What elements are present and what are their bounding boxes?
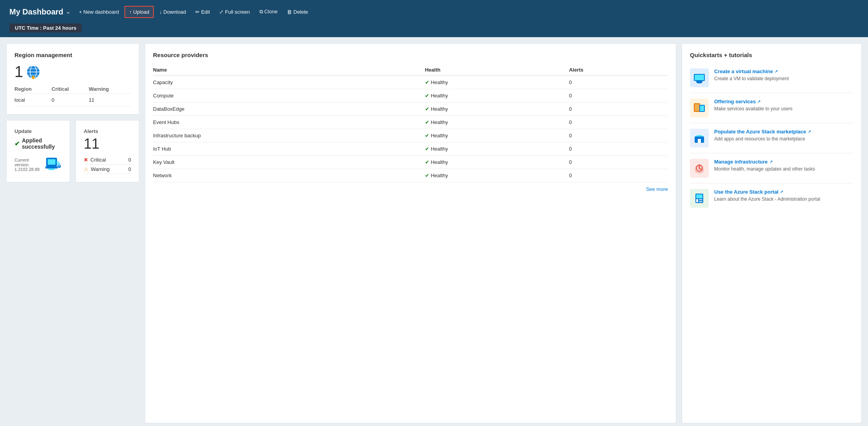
alert-count: 11 (84, 136, 131, 152)
middle-column: Resource providers Name Health Alerts Ca… (145, 43, 676, 423)
quickstarts-list: Create a virtual machine ↗ Create a VM t… (690, 63, 854, 213)
rp-alerts: 0 (569, 116, 668, 129)
external-link-icon: ↗ (808, 129, 811, 134)
alert-row-warning[interactable]: ⚠ Warning 0 (84, 165, 131, 174)
delete-button[interactable]: 🗑 Delete (283, 7, 312, 17)
alerts-label: Alerts (84, 128, 131, 134)
download-button[interactable]: ↓ Download (155, 7, 190, 17)
external-link-icon: ↗ (769, 160, 773, 164)
table-row[interactable]: Compute ✔Healthy 0 (153, 89, 668, 102)
alert-label: Warning (91, 166, 110, 172)
warning-icon: ⚠ (84, 166, 88, 172)
qs-icon-offering (690, 99, 709, 117)
svg-rect-25 (696, 199, 698, 202)
rp-health: ✔Healthy (425, 142, 569, 156)
rp-col-health: Health (425, 65, 569, 75)
rp-name: Infrastructure backup (153, 129, 425, 142)
alerts-card: Alerts 11 ✖ Critical 0 ⚠ Warning 0 (76, 120, 139, 182)
qs-title-offering: Offering services ↗ (714, 99, 792, 104)
rp-alerts: 0 (569, 75, 668, 89)
quickstart-item-infra[interactable]: Manage infrastructure ↗ Monitor health, … (690, 153, 854, 183)
rp-alerts: 0 (569, 102, 668, 116)
qs-icon-portal (690, 189, 709, 208)
rp-alerts: 0 (569, 89, 668, 102)
quickstart-item-portal[interactable]: Use the Azure Stack portal ↗ Learn about… (690, 183, 854, 213)
svg-rect-26 (699, 199, 702, 200)
table-row[interactable]: DataBoxEdge ✔Healthy 0 (153, 102, 668, 116)
rp-alerts: 0 (569, 129, 668, 142)
svg-rect-27 (699, 201, 702, 202)
qs-title-vm: Create a virtual machine ↗ (714, 68, 789, 74)
rp-name: IoT Hub (153, 142, 425, 156)
quickstart-item-offering[interactable]: Offering services ↗ Make services availa… (690, 93, 854, 123)
table-row[interactable]: Network ✔Healthy 0 (153, 169, 668, 182)
update-status: ✔ Applied successfully (14, 137, 62, 150)
qs-text-offering: Offering services ↗ Make services availa… (714, 99, 792, 112)
rp-health: ✔Healthy (425, 169, 569, 182)
rp-health: ✔Healthy (425, 129, 569, 142)
quickstart-item-vm[interactable]: Create a virtual machine ↗ Create a VM t… (690, 63, 854, 93)
svg-rect-9 (45, 166, 58, 169)
quickstarts-title: Quickstarts + tutorials (690, 52, 854, 58)
quickstarts-card: Quickstarts + tutorials Create a virtual… (682, 43, 862, 423)
qs-title-infra: Manage infrastructure ↗ (714, 159, 815, 165)
bottom-row: Update ✔ Applied successfully Current ve… (6, 120, 139, 182)
region-management-title: Region management (14, 52, 131, 58)
region-table: Region Critical Warning local 0 11 (14, 84, 131, 106)
critical-icon: ✖ (84, 157, 88, 163)
update-status-text: Applied successfully (22, 137, 62, 150)
healthy-icon: ✔ (425, 173, 429, 178)
table-row[interactable]: IoT Hub ✔Healthy 0 (153, 142, 668, 156)
rp-health: ✔Healthy (425, 116, 569, 129)
left-column: Region management 1 Region Criti (6, 43, 139, 423)
table-row[interactable]: Key Vault ✔Healthy 0 (153, 156, 668, 169)
external-link-icon: ↗ (780, 190, 783, 194)
rp-alerts: 0 (569, 142, 668, 156)
alert-row-critical[interactable]: ✖ Critical 0 (84, 155, 131, 165)
external-link-icon: ↗ (757, 99, 760, 104)
rp-health: ✔Healthy (425, 89, 569, 102)
col-region: Region (14, 84, 52, 94)
svg-rect-14 (696, 81, 702, 83)
upload-button[interactable]: ↑ Upload (124, 6, 154, 18)
update-card: Update ✔ Applied successfully Current ve… (6, 120, 70, 182)
qs-desc-portal: Learn about the Azure Stack - Administra… (714, 196, 820, 203)
healthy-icon: ✔ (425, 93, 429, 99)
healthy-icon: ✔ (425, 106, 429, 112)
version-info: Current version: 1.2102.28.89 (14, 158, 45, 172)
table-row[interactable]: Infrastructure backup ✔Healthy 0 (153, 129, 668, 142)
title-chevron-icon[interactable]: ⌄ (66, 9, 70, 15)
new-dashboard-button[interactable]: + New dashboard (75, 7, 123, 17)
svg-rect-15 (697, 83, 702, 83)
rp-alerts: 0 (569, 169, 668, 182)
azure-stack-icon (45, 155, 62, 172)
rp-alerts: 0 (569, 156, 668, 169)
svg-rect-17 (695, 104, 699, 111)
alerts-list: ✖ Critical 0 ⚠ Warning 0 (84, 155, 131, 174)
see-more-link[interactable]: See more (153, 186, 668, 192)
qs-title-marketplace: Populate the Azure Stack marketplace ↗ (714, 129, 811, 135)
rp-name: Capacity (153, 75, 425, 89)
table-row[interactable]: Event Hubs ✔Healthy 0 (153, 116, 668, 129)
healthy-icon: ✔ (425, 79, 429, 85)
time-badge[interactable]: UTC Time : Past 24 hours (9, 23, 82, 32)
globe-icon (26, 65, 40, 79)
region-row[interactable]: local 0 11 (14, 94, 131, 106)
clone-button[interactable]: ⧉ Clone (256, 6, 282, 17)
qs-icon-infra (690, 159, 709, 178)
table-row[interactable]: Capacity ✔Healthy 0 (153, 75, 668, 89)
healthy-icon: ✔ (425, 133, 429, 138)
alert-label: Critical (90, 157, 106, 163)
rp-name: Key Vault (153, 156, 425, 169)
qs-text-marketplace: Populate the Azure Stack marketplace ↗ A… (714, 129, 811, 142)
qs-text-portal: Use the Azure Stack portal ↗ Learn about… (714, 189, 820, 203)
edit-button[interactable]: ✏ Edit (191, 7, 214, 17)
quickstart-item-marketplace[interactable]: Populate the Azure Stack marketplace ↗ A… (690, 123, 854, 153)
fullscreen-button[interactable]: ⤢ Full screen (215, 7, 254, 17)
svg-rect-6 (32, 76, 34, 79)
qs-text-vm: Create a virtual machine ↗ Create a VM t… (714, 68, 789, 82)
check-icon: ✔ (14, 140, 20, 147)
rp-name: Network (153, 169, 425, 182)
healthy-icon: ✔ (425, 159, 429, 165)
rp-title: Resource providers (153, 52, 668, 58)
